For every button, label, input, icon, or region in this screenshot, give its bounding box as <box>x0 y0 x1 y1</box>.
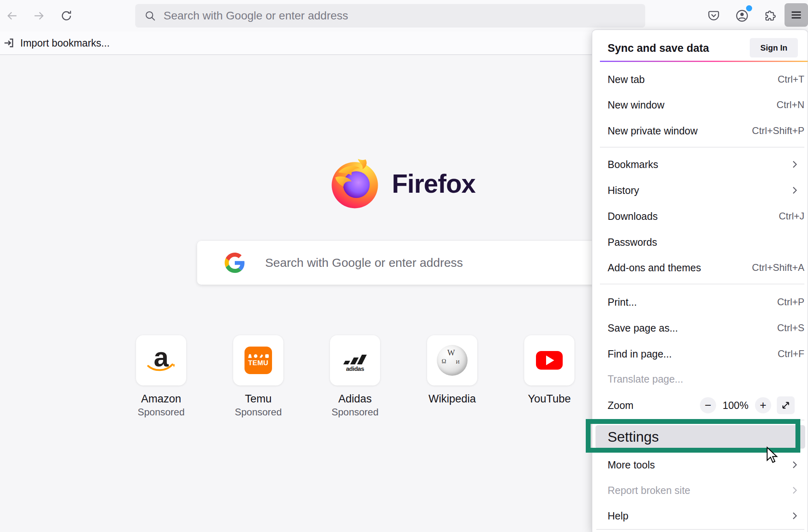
pocket-button[interactable] <box>702 4 725 27</box>
gradient-divider <box>600 61 808 62</box>
shortcut-hint: Ctrl+N <box>776 99 804 111</box>
zoom-level-value[interactable]: 100% <box>716 400 755 411</box>
menu-item-help[interactable]: Help <box>592 504 808 528</box>
sync-title: Sync and save data <box>608 42 709 55</box>
sync-header: Sync and save data Sign In <box>592 38 808 58</box>
shortcut-hint: Ctrl+Shift+A <box>752 262 804 273</box>
wiki-glyph-omega: Ω <box>442 358 446 365</box>
menu-divider <box>600 147 804 147</box>
sponsored-badge: Sponsored <box>306 406 404 418</box>
chevron-right-icon <box>789 159 800 170</box>
shortcut-hint: Ctrl+P <box>777 296 804 308</box>
menu-item-print[interactable]: Print... Ctrl+P <box>592 290 808 314</box>
menu-item-bookmarks[interactable]: Bookmarks <box>592 153 808 176</box>
amazon-smile-icon <box>147 364 176 374</box>
chevron-right-icon <box>789 185 800 196</box>
wiki-glyph-w: W <box>447 348 455 358</box>
firefox-wordmark: Firefox <box>392 169 475 199</box>
address-bar[interactable]: Search with Google or enter address <box>135 4 645 28</box>
google-logo-icon <box>225 253 245 273</box>
import-icon <box>3 37 15 49</box>
shortcut-tile-adidas[interactable]: adidas <box>330 335 380 385</box>
menu-item-save-page-as[interactable]: Save page as... Ctrl+S <box>592 316 808 340</box>
menu-divider <box>600 284 804 284</box>
wiki-glyph-i: И <box>456 359 459 365</box>
hamburger-icon <box>789 8 803 22</box>
temu-logo-text: TEMU <box>248 359 268 367</box>
back-button[interactable] <box>1 4 23 27</box>
firefox-logo: Firefox <box>329 158 475 209</box>
youtube-play-triangle <box>546 355 554 365</box>
amazon-logo-icon: a <box>145 344 177 377</box>
search-icon <box>144 10 156 22</box>
sponsored-badge: Sponsored <box>210 406 307 418</box>
adidas-logo-text: adidas <box>346 365 364 372</box>
navigation-toolbar: Search with Google or enter address <box>0 0 808 32</box>
newtab-search-input[interactable]: Search with Google or enter address <box>197 241 611 285</box>
fullscreen-icon <box>780 400 791 411</box>
chevron-right-icon <box>789 510 800 521</box>
menu-item-addons[interactable]: Add-ons and themes Ctrl+Shift+A <box>592 256 808 279</box>
shortcut-label: Amazon <box>113 393 210 405</box>
shortcut-tile-youtube[interactable] <box>524 335 574 385</box>
puzzle-icon <box>764 9 777 22</box>
shortcut-tile-amazon[interactable]: a <box>136 335 186 385</box>
app-menu-button[interactable] <box>785 3 808 27</box>
youtube-logo-icon <box>536 351 563 370</box>
shortcut-label: Temu <box>210 393 307 405</box>
menu-item-history[interactable]: History <box>592 179 808 202</box>
shortcut-hint: Ctrl+J <box>779 211 804 222</box>
newtab-search-placeholder: Search with Google or enter address <box>265 256 463 270</box>
zoom-in-button[interactable]: + <box>755 397 771 413</box>
account-icon <box>735 9 749 23</box>
back-arrow-icon <box>6 9 19 22</box>
forward-arrow-icon <box>32 9 45 22</box>
menu-item-new-tab[interactable]: New tab Ctrl+T <box>592 68 808 91</box>
sponsored-badge: Sponsored <box>113 406 210 418</box>
shortcut-hint: Ctrl+Shift+P <box>752 125 804 136</box>
shortcut-label: Adidas <box>306 393 404 405</box>
browser-window: Search with Google or enter address <box>0 0 808 532</box>
shortcut-label: YouTube <box>501 393 598 405</box>
menu-item-new-private-window[interactable]: New private window Ctrl+Shift+P <box>592 119 808 143</box>
shortcut-tile-wikipedia[interactable]: W Ω И <box>427 335 477 385</box>
menu-item-translate-page: Translate page... <box>592 367 808 391</box>
adidas-logo-icon: adidas <box>342 349 368 372</box>
chevron-right-icon <box>789 459 800 470</box>
menu-item-downloads[interactable]: Downloads Ctrl+J <box>592 204 808 228</box>
menu-item-passwords[interactable]: Passwords <box>592 230 808 254</box>
zoom-controls: − 100% + <box>700 396 795 414</box>
import-bookmarks-button[interactable]: Import bookmarks... <box>20 37 110 49</box>
menu-item-zoom: Zoom − 100% + <box>592 394 808 417</box>
temu-glyphs <box>248 354 269 358</box>
address-bar-placeholder: Search with Google or enter address <box>164 9 348 22</box>
shortcut-tile-temu[interactable]: TEMU <box>233 335 283 385</box>
chevron-right-icon <box>789 485 800 496</box>
reload-icon <box>60 9 73 22</box>
shortcut-label: Wikipedia <box>404 393 501 405</box>
firefox-logo-icon <box>329 158 381 209</box>
wikipedia-globe-icon: W Ω И <box>437 345 468 376</box>
zoom-out-button[interactable]: − <box>700 397 716 413</box>
menu-item-new-window[interactable]: New window Ctrl+N <box>592 93 808 117</box>
account-notification-dot <box>746 5 752 11</box>
temu-logo-icon: TEMU <box>245 347 272 374</box>
reload-button[interactable] <box>55 4 78 27</box>
shortcut-hint: Ctrl+S <box>777 322 804 334</box>
extensions-button[interactable] <box>759 4 782 27</box>
mouse-cursor <box>766 447 782 464</box>
shortcut-hint: Ctrl+T <box>778 74 804 85</box>
forward-button[interactable] <box>28 4 50 27</box>
menu-item-report-broken-site: Report broken site <box>592 479 808 502</box>
pocket-icon <box>707 9 720 22</box>
shortcut-hint: Ctrl+F <box>778 348 804 360</box>
fullscreen-button[interactable] <box>777 396 795 414</box>
menu-divider <box>596 529 804 530</box>
menu-item-find-in-page[interactable]: Find in page... Ctrl+F <box>592 342 808 366</box>
sign-in-button[interactable]: Sign In <box>750 38 798 57</box>
